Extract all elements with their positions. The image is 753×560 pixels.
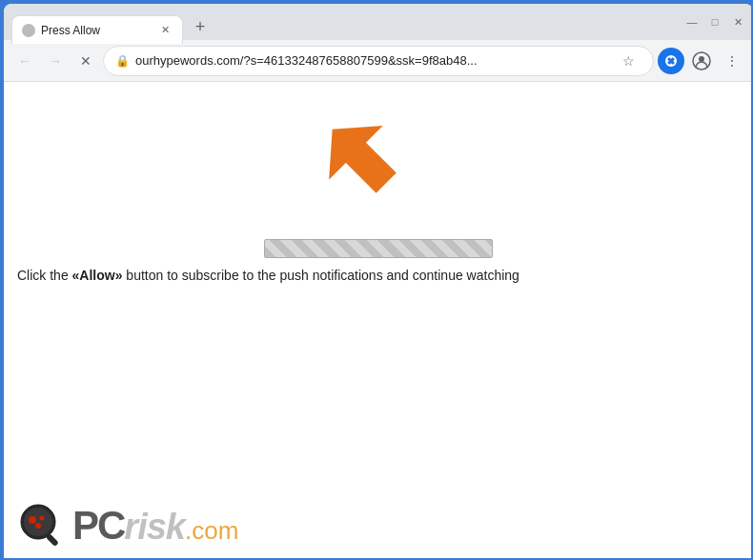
risk-text: risk: [124, 507, 185, 548]
lock-icon: 🔒: [115, 54, 130, 68]
address-bar[interactable]: 🔒 ourhypewords.com/?s=461332487658807599…: [103, 46, 654, 76]
pcrisk-wordmark: PC risk .com: [72, 503, 238, 549]
pcrisk-icon: [17, 501, 67, 550]
svg-point-4: [666, 59, 669, 62]
forward-button[interactable]: →: [42, 48, 69, 74]
tab-favicon: [22, 24, 35, 37]
new-tab-button[interactable]: +: [187, 13, 214, 40]
arrow-indicator: [309, 110, 423, 215]
back-button[interactable]: ←: [11, 48, 38, 74]
message-suffix: button to subscribe to the push notifica…: [122, 268, 519, 283]
svg-point-7: [699, 56, 704, 62]
progress-area: [264, 239, 493, 258]
tab-area: Press Allow ✕ +: [11, 4, 677, 40]
profile-button[interactable]: [688, 48, 715, 74]
window-controls: — □ ✕: [684, 14, 745, 30]
tab-title: Press Allow: [41, 24, 152, 37]
svg-point-14: [40, 516, 45, 521]
bookmark-button[interactable]: ☆: [615, 48, 641, 74]
svg-point-11: [24, 508, 52, 536]
page-content: Click the «Allow» button to subscribe to…: [4, 82, 753, 560]
maximize-button[interactable]: □: [707, 14, 722, 30]
active-tab[interactable]: Press Allow ✕: [11, 15, 183, 44]
svg-point-13: [35, 523, 41, 529]
svg-point-3: [670, 63, 673, 66]
menu-button[interactable]: ⋮: [719, 48, 745, 74]
message-highlight: «Allow»: [72, 268, 123, 283]
browser-window: Press Allow ✕ + — □ ✕ ← → ✕ 🔒 ourhypewor…: [4, 4, 753, 560]
minimize-button[interactable]: —: [684, 14, 700, 30]
title-bar: Press Allow ✕ + — □ ✕: [4, 4, 753, 40]
domain-text: .com: [185, 516, 238, 546]
svg-point-2: [670, 55, 673, 58]
svg-rect-15: [46, 533, 59, 547]
stop-button[interactable]: ✕: [72, 48, 99, 74]
extensions-area: [658, 48, 684, 74]
pcrisk-logo: PC risk .com: [17, 501, 238, 550]
extension-button[interactable]: [658, 48, 684, 74]
progress-bar: [264, 239, 493, 258]
window-close-button[interactable]: ✕: [730, 14, 745, 30]
tab-close-button[interactable]: ✕: [157, 23, 173, 38]
svg-point-5: [674, 59, 677, 62]
pc-text: PC: [72, 503, 124, 549]
message-area: Click the «Allow» button to subscribe to…: [17, 266, 740, 286]
url-display: ourhypewords.com/?s=461332487658807599&s…: [135, 53, 609, 68]
message-prefix: Click the: [17, 268, 72, 283]
toolbar: ← → ✕ 🔒 ourhypewords.com/?s=461332487658…: [4, 40, 753, 82]
svg-point-12: [29, 516, 36, 524]
